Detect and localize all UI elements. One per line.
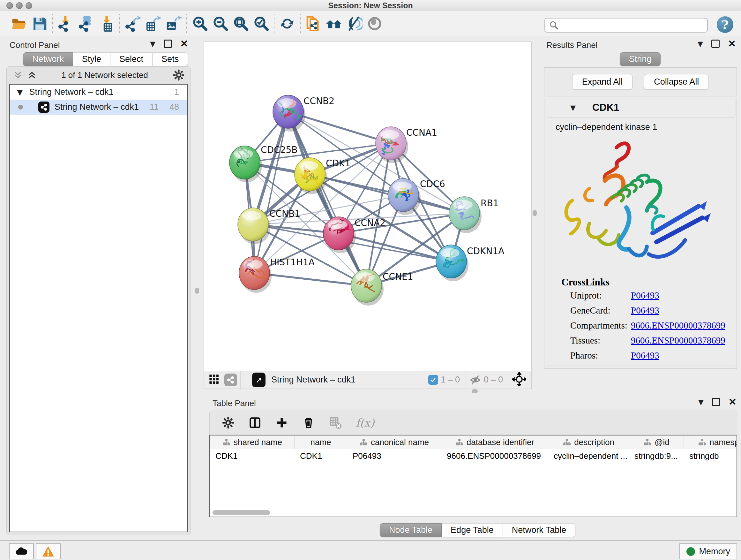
table-cell[interactable]: CDK1 xyxy=(210,449,294,462)
crosslink-link[interactable]: P06493 xyxy=(631,290,659,301)
table-cell[interactable]: 9606.ENSP00000378699 xyxy=(441,449,548,462)
node-CDK1[interactable]: CDK1 xyxy=(294,158,350,194)
tab-select[interactable]: Select xyxy=(111,52,152,66)
table-options-gear-icon[interactable] xyxy=(222,416,234,429)
column-header-name[interactable]: name xyxy=(294,435,347,449)
show-columns-icon[interactable] xyxy=(249,416,261,429)
annotations-button[interactable] xyxy=(303,14,324,33)
column-header-id[interactable]: @id xyxy=(629,435,684,449)
control-panel-menu-icon[interactable]: ▼ xyxy=(150,40,155,48)
birdseye-view-icon[interactable] xyxy=(252,373,266,387)
results-panel-close-icon[interactable]: ✕ xyxy=(728,41,736,47)
network-graph[interactable]: CCNB2CCNA1CDC25BCDK1CDC6RB1CCNB1CCNA2CDK… xyxy=(204,42,531,370)
table-cell[interactable]: stringdb:9... xyxy=(629,449,684,462)
export-image-button[interactable] xyxy=(163,14,184,33)
show-graphics-details-button[interactable] xyxy=(364,14,385,33)
toolbar-separator xyxy=(274,14,274,33)
tab-network[interactable]: Network xyxy=(23,52,73,66)
add-column-icon[interactable] xyxy=(275,416,288,429)
horizontal-splitter-handle[interactable] xyxy=(472,389,478,393)
refresh-button[interactable] xyxy=(277,14,297,33)
export-network-button[interactable] xyxy=(123,14,143,33)
zoom-selected-button[interactable] xyxy=(251,14,271,33)
tab-node-table[interactable]: Node Table xyxy=(380,523,442,537)
cloud-status-button[interactable] xyxy=(9,543,34,559)
zoom-out-button[interactable] xyxy=(210,14,230,33)
memory-button[interactable]: Memory xyxy=(679,543,737,559)
column-header-canonicalname[interactable]: canonical name xyxy=(347,435,441,449)
tab-string[interactable]: String xyxy=(620,52,661,66)
entry-expander-icon[interactable]: ▼ xyxy=(570,104,576,112)
column-header-namespace[interactable]: namespace xyxy=(684,435,737,449)
control-panel-close-icon[interactable]: ✕ xyxy=(180,41,188,47)
crosslink-link[interactable]: P06493 xyxy=(631,305,659,316)
crosslink-link[interactable]: P06493 xyxy=(631,350,659,361)
hide-graphics-details-button[interactable] xyxy=(344,14,364,33)
table-panel-close-icon[interactable]: ✕ xyxy=(729,399,737,405)
results-panel-menu-icon[interactable]: ▼ xyxy=(697,40,703,48)
column-header-sharedname[interactable]: shared name xyxy=(210,435,294,449)
export-table-button[interactable] xyxy=(143,14,163,33)
control-panel-float-icon[interactable] xyxy=(164,40,172,48)
selected-elements-checkbox[interactable] xyxy=(428,375,438,385)
tab-sets[interactable]: Sets xyxy=(152,52,188,66)
collapse-all-icon[interactable] xyxy=(13,70,23,80)
edge-CCNA1-HIST1H1A[interactable] xyxy=(254,143,391,273)
node-CCNB2[interactable]: CCNB2 xyxy=(273,94,334,132)
zoom-fit-button[interactable] xyxy=(230,14,251,33)
node-table[interactable]: shared namenamecanonical namedatabase id… xyxy=(209,435,737,517)
network-badge-icon[interactable] xyxy=(224,374,237,386)
table-panel-float-icon[interactable] xyxy=(712,398,720,406)
table-cell[interactable]: cyclin–dependent ... xyxy=(548,449,629,462)
warning-status-button[interactable] xyxy=(36,543,61,559)
node-HIST1H1A[interactable]: HIST1H1A xyxy=(239,251,315,293)
pan-crosshair-icon[interactable] xyxy=(512,372,526,388)
expand-all-icon[interactable] xyxy=(27,70,37,80)
show-grid-icon[interactable] xyxy=(208,374,220,386)
search-input[interactable] xyxy=(558,20,707,30)
network-row[interactable]: String Network – cdk1 11 48 xyxy=(10,100,187,115)
main-toolbar: ? xyxy=(0,11,741,36)
expand-all-button[interactable]: Expand All xyxy=(572,74,633,90)
hierarchy-icon xyxy=(359,438,367,446)
column-header-databaseidentifier[interactable]: database identifier xyxy=(441,435,548,449)
save-session-button[interactable] xyxy=(29,14,50,33)
table-cell[interactable]: stringdb xyxy=(684,449,737,462)
results-panel-float-icon[interactable] xyxy=(711,40,720,48)
tab-network-table[interactable]: Network Table xyxy=(503,523,576,537)
node-RB1[interactable]: RB1 xyxy=(449,196,498,233)
crosslink-link[interactable]: 9606.ENSP00000378699 xyxy=(631,335,725,346)
table-cell[interactable]: CDK1 xyxy=(294,449,347,462)
delete-column-icon[interactable] xyxy=(302,416,315,429)
import-table-from-file-button[interactable] xyxy=(96,14,117,33)
import-network-from-file-button[interactable] xyxy=(56,14,76,33)
vertical-splitter-handle[interactable] xyxy=(195,288,199,294)
crosslink-link[interactable]: 9606.ENSP00000378699 xyxy=(631,320,725,331)
collection-expander-icon[interactable]: ▼ xyxy=(17,88,23,97)
table-row[interactable]: CDK1CDK1P064939606.ENSP00000378699cyclin… xyxy=(210,449,737,462)
vertical-splitter-handle[interactable] xyxy=(533,210,537,216)
table-horizontal-scrollbar[interactable] xyxy=(212,510,270,515)
crosslink-row: Compartments:9606.ENSP00000378699 xyxy=(547,318,734,333)
table-panel-menu-icon[interactable]: ▼ xyxy=(698,398,704,406)
tab-edge-table[interactable]: Edge Table xyxy=(442,523,503,537)
help-icon[interactable]: ? xyxy=(717,16,733,33)
node-CDKN1A[interactable]: CDKN1A xyxy=(436,245,504,281)
open-session-button[interactable] xyxy=(9,14,29,33)
network-view[interactable]: CCNB2CCNA1CDC25BCDK1CDC6RB1CCNB1CCNA2CDK… xyxy=(204,42,532,389)
column-header-description[interactable]: description xyxy=(548,435,629,449)
network-options-gear-icon[interactable] xyxy=(173,69,185,81)
edge-CCNB2-HIST1H1A[interactable] xyxy=(254,112,288,273)
zoom-in-button[interactable] xyxy=(190,14,210,33)
hidden-elements-eye-icon[interactable] xyxy=(469,374,481,386)
control-panel-title: Control Panel xyxy=(10,40,60,50)
network-type-icon xyxy=(38,102,50,113)
search-box[interactable] xyxy=(544,18,708,33)
import-network-from-database-button[interactable] xyxy=(76,14,96,33)
network-collection-row[interactable]: ▼ String Network – cdk1 1 xyxy=(10,84,187,100)
crosslinks-title: CrossLinks xyxy=(547,274,734,288)
tab-style[interactable]: Style xyxy=(73,52,111,66)
network-home-button[interactable] xyxy=(324,14,344,33)
table-cell[interactable]: P06493 xyxy=(347,449,441,462)
collapse-all-button[interactable]: Collapse All xyxy=(644,74,709,90)
